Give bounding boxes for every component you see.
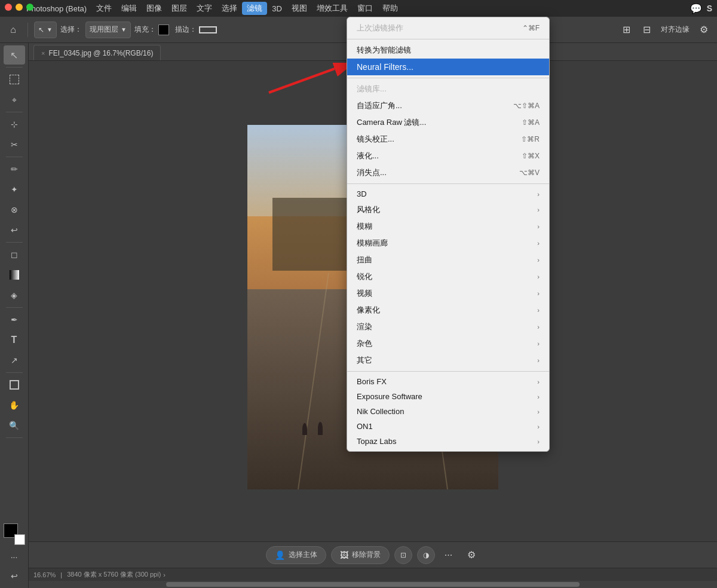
crop-tool[interactable]: ⊹ [4, 115, 25, 134]
menu-item-other[interactable]: 其它 › [347, 352, 549, 369]
more-options-btn[interactable]: ··· [440, 546, 458, 564]
notification-icon[interactable]: 💬 [690, 3, 702, 14]
lasso-tool[interactable]: ⌖ [4, 90, 25, 109]
arrange-button[interactable]: ⊞ [618, 22, 635, 38]
close-window-btn[interactable] [5, 4, 12, 11]
shape-tool[interactable] [4, 375, 25, 394]
camera-raw-label: Camera Raw 滤镜... [357, 117, 510, 128]
distribute-button[interactable]: ⊟ [638, 22, 655, 38]
fill-color-swatch[interactable] [158, 24, 169, 35]
menu-item-blur[interactable]: 模糊 › [347, 218, 549, 235]
scrollbar-thumb[interactable] [166, 582, 579, 587]
menu-item-smart-filter[interactable]: 转换为智能滤镜 [347, 42, 549, 59]
menu-item-lens-correction[interactable]: 镜头校正... ⇧⌘R [347, 131, 549, 148]
document-tab[interactable]: × FEI_0345.jpg @ 16.7%(RGB/16) [33, 45, 161, 60]
menubar-item-layer[interactable]: 图层 [167, 2, 192, 15]
vanishing-point-shortcut: ⌥⌘V [519, 169, 540, 177]
home-button[interactable]: ⌂ [5, 22, 22, 38]
menu-item-pixelate[interactable]: 像素化 › [347, 302, 549, 318]
video-label: 视频 [357, 288, 537, 299]
menubar-item-file[interactable]: 文件 [91, 2, 117, 15]
background-color[interactable] [14, 534, 25, 545]
menu-item-render[interactable]: 渲染 › [347, 318, 549, 335]
menubar-item-edit[interactable]: 编辑 [117, 2, 142, 15]
menu-item-on1[interactable]: ON1 › [347, 419, 549, 434]
user-icon[interactable]: S [707, 4, 712, 13]
menu-item-noise[interactable]: 杂色 › [347, 335, 549, 352]
menubar-item-plugins[interactable]: 增效工具 [312, 2, 353, 15]
menu-item-vanishing-point[interactable]: 消失点... ⌥⌘V [347, 164, 549, 181]
hand-tool[interactable]: ✋ [4, 396, 25, 415]
menubar-item-filter[interactable]: 滤镜 [242, 2, 267, 15]
fill-label: 填充： [134, 24, 156, 35]
menu-item-distort[interactable]: 扭曲 › [347, 252, 549, 268]
settings-button[interactable]: ⚙ [695, 22, 712, 38]
menu-item-blur-gallery[interactable]: 模糊画廊 › [347, 235, 549, 252]
layer-select-dropdown[interactable]: 现用图层 ▼ [85, 22, 131, 38]
pen-tool[interactable]: ✒ [4, 310, 25, 329]
menubar-item-image[interactable]: 图像 [142, 2, 167, 15]
menu-item-sharpen[interactable]: 锐化 › [347, 268, 549, 285]
contextual-taskbar-btn[interactable]: ⚙ [462, 546, 480, 564]
tab-close-btn[interactable]: × [41, 50, 45, 57]
menubar-item-text[interactable]: 文字 [192, 2, 217, 15]
menubar-item-window[interactable]: 窗口 [353, 2, 378, 15]
menubar-item-select[interactable]: 选择 [217, 2, 242, 15]
menu-sep-2 [347, 78, 549, 78]
menu-item-exposure-software[interactable]: Exposure Software › [347, 389, 549, 404]
pixelate-arrow-icon: › [537, 307, 540, 314]
menu-item-neural-filters[interactable]: Neural Filters... [347, 59, 549, 75]
menu-item-3d[interactable]: 3D › [347, 186, 549, 201]
path-select-tool[interactable]: ↗ [4, 351, 25, 370]
menu-item-video[interactable]: 视频 › [347, 285, 549, 302]
select-tool-btn[interactable]: ↖ ▼ [34, 22, 57, 38]
horizontal-scrollbar[interactable] [29, 581, 717, 588]
select-subject-btn[interactable]: 👤 选择主体 [266, 546, 326, 564]
menu-item-nik-collection[interactable]: Nik Collection › [347, 404, 549, 419]
gradient-tool[interactable] [4, 265, 25, 284]
menu-item-liquify[interactable]: 液化... ⇧⌘X [347, 148, 549, 164]
zoom-level: 16.67% [33, 571, 56, 578]
brush-tool[interactable]: ✏ [4, 160, 25, 179]
menu-sep-1 [347, 39, 549, 39]
menu-item-adaptive-wide[interactable]: 自适应广角... ⌥⇧⌘A [347, 97, 549, 114]
menu-item-filter-gallery[interactable]: 滤镜库... [347, 81, 549, 97]
clone-tool[interactable]: ⊗ [4, 200, 25, 219]
home-icon: ⌂ [10, 24, 16, 35]
color-swatches[interactable] [4, 523, 25, 545]
eyedropper-tool[interactable]: ✂ [4, 135, 25, 154]
adaptive-wide-shortcut: ⌥⇧⌘A [513, 102, 540, 110]
align-edge-label: 对齐边缘 [661, 24, 690, 35]
fullscreen-window-btn[interactable] [26, 4, 33, 11]
menubar-item-view[interactable]: 视图 [287, 2, 312, 15]
video-arrow-icon: › [537, 290, 540, 297]
menubar-item-3d[interactable]: 3D [267, 3, 287, 14]
healing-tool[interactable]: ✦ [4, 180, 25, 199]
select-move-tool[interactable]: ↖ [4, 45, 25, 65]
blur-tool[interactable]: ◈ [4, 286, 25, 305]
menu-item-camera-raw[interactable]: Camera Raw 滤镜... ⇧⌘A [347, 114, 549, 131]
marquee-tool[interactable] [4, 70, 25, 89]
menubar-item-help[interactable]: 帮助 [378, 2, 403, 15]
minimize-window-btn[interactable] [16, 4, 23, 11]
menu-item-stylize[interactable]: 风格化 › [347, 201, 549, 218]
adjust-btn[interactable]: ◑ [417, 546, 435, 564]
menu-item-last-filter[interactable]: 上次滤镜操作 ⌃⌘F [347, 20, 549, 36]
dimensions-arrow[interactable]: › [163, 571, 166, 578]
path-icon: ↗ [11, 356, 18, 365]
chevron-icon: ▼ [47, 26, 53, 33]
menu-item-boris-fx[interactable]: Boris FX › [347, 374, 549, 389]
more-tools-btn[interactable]: ··· [4, 547, 25, 566]
history-brush[interactable]: ↩ [4, 220, 25, 240]
transform-btn[interactable]: ⊡ [394, 546, 412, 564]
eyedropper-icon: ✂ [11, 140, 18, 149]
remove-bg-btn[interactable]: 🖼 移除背景 [331, 546, 390, 564]
type-tool[interactable]: T [4, 330, 25, 350]
undo-history-btn[interactable]: ↩ [4, 566, 25, 586]
eraser-icon: ◻ [11, 250, 18, 259]
undo-icon: ↩ [11, 571, 18, 581]
eraser-tool[interactable]: ◻ [4, 245, 25, 264]
stroke-preview[interactable] [199, 26, 217, 33]
menu-item-topaz-labs[interactable]: Topaz Labs › [347, 434, 549, 449]
zoom-tool[interactable]: 🔍 [4, 416, 25, 435]
